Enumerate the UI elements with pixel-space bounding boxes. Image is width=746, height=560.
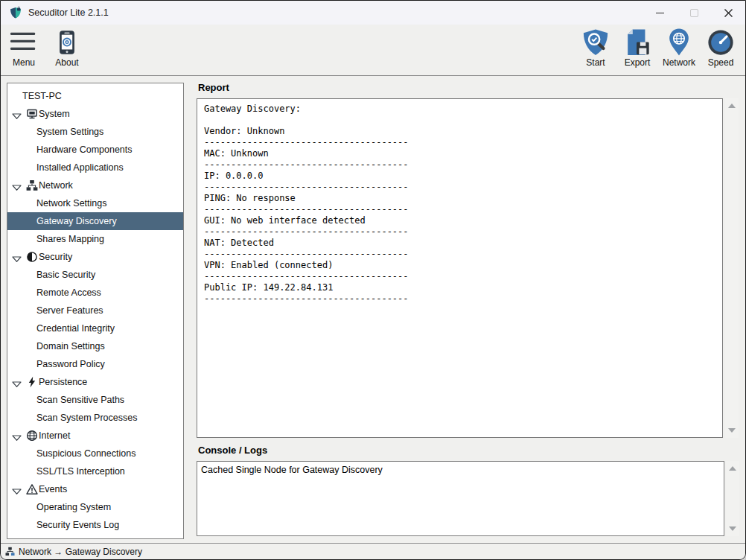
sidebar-item-ssl-tls-interception[interactable]: SSL/TLS Interception [7, 462, 183, 480]
start-icon [581, 28, 610, 57]
menu-button[interactable]: Menu [5, 28, 42, 68]
expander-icon[interactable] [12, 486, 22, 497]
network-pin-icon [665, 28, 693, 57]
item-label: Hardware Components [36, 144, 133, 155]
item-label: System Settings [36, 127, 103, 137]
maximize-icon [690, 9, 698, 17]
item-label: Credential Integrity [36, 323, 115, 334]
sidebar-item-suspicious-connections[interactable]: Suspicious Connections [7, 445, 183, 462]
item-label: Password Policy [36, 359, 105, 369]
sidebar-group-events[interactable]: Events [7, 480, 183, 498]
close-button[interactable] [711, 1, 745, 25]
sidebar-item-basic-security[interactable]: Basic Security [7, 266, 183, 284]
sidebar-item-network-settings[interactable]: Network Settings [7, 194, 183, 212]
report-text: Gateway Discovery: Vendor: Unknown -----… [204, 104, 715, 305]
sidebar-item-operating-system[interactable]: Operating System [7, 498, 183, 516]
sidebar-group-network[interactable]: Network [7, 176, 183, 194]
sidebar-item-scan-sensitive-paths[interactable]: Scan Sensitive Paths [7, 391, 183, 409]
item-label: Operating System [36, 502, 111, 512]
speed-button[interactable]: Speed [702, 28, 739, 68]
sidebar-group-internet[interactable]: Internet [7, 427, 183, 445]
sidebar-group-system[interactable]: System [7, 105, 183, 123]
toolbar-right-group: StartExportNetworkSpeed [577, 28, 739, 68]
console-output[interactable]: Cached Single Node for Gateway Discovery [197, 461, 724, 536]
sidebar-item-installed-applications[interactable]: Installed Applications [7, 159, 183, 176]
toolbar-button-label: Start [586, 57, 605, 68]
app-shield-icon [9, 6, 22, 19]
sidebar-tree: TEST-PCSystemSystem SettingsHardware Com… [7, 83, 184, 539]
report-scrollbar[interactable] [725, 98, 739, 438]
item-label: Shares Mapping [36, 234, 104, 244]
sidebar-item-remote-access[interactable]: Remote Access [7, 284, 183, 302]
lightning-icon [26, 376, 38, 388]
export-button[interactable]: Export [619, 28, 656, 68]
console-log-line: Cached Single Node for Gateway Discovery [201, 465, 720, 475]
expander-icon[interactable] [12, 182, 22, 193]
item-label: Remote Access [36, 287, 101, 298]
item-label: Domain Settings [36, 341, 105, 351]
sidebar-group-persistence[interactable]: Persistence [7, 373, 183, 391]
speed-icon [707, 28, 735, 57]
item-label: SSL/TLS Interception [36, 466, 125, 477]
globe-icon [26, 430, 38, 442]
close-icon [724, 8, 733, 18]
warning-icon [26, 483, 38, 495]
scroll-up-icon[interactable] [728, 104, 736, 108]
sidebar-item-system-settings[interactable]: System Settings [7, 123, 183, 141]
sidebar-item-security-events-log[interactable]: Security Events Log [7, 516, 183, 534]
item-label: Network Settings [36, 198, 106, 209]
sidebar-item-domain-settings[interactable]: Domain Settings [7, 337, 183, 355]
toolbar-button-label: Menu [13, 57, 35, 68]
security-icon [26, 251, 38, 263]
report-output[interactable]: Gateway Discovery: Vendor: Unknown -----… [197, 98, 723, 438]
sidebar-item-password-policy[interactable]: Password Policy [7, 355, 183, 373]
toolbar-button-label: Export [625, 57, 651, 68]
expander-icon[interactable] [12, 433, 22, 443]
item-label: Suspicious Connections [36, 448, 136, 459]
toolbar-button-label: Network [663, 57, 695, 68]
minimize-button[interactable] [643, 1, 677, 25]
about-icon [53, 28, 81, 57]
sidebar-item-scan-system-processes[interactable]: Scan System Processes [7, 409, 183, 427]
computer-icon [26, 108, 38, 120]
window-controls [643, 1, 745, 25]
network-tree-icon [5, 547, 15, 556]
item-label: Security Events Log [36, 520, 119, 530]
maximize-button[interactable] [677, 1, 711, 25]
item-label: Installed Applications [36, 162, 124, 173]
item-label: Scan System Processes [36, 413, 137, 423]
console-section-title: Console / Logs [198, 445, 267, 456]
sidebar-item-shares-mapping[interactable]: Shares Mapping [7, 230, 183, 248]
item-label: Gateway Discovery [36, 216, 117, 226]
item-label: Scan Sensitive Paths [36, 395, 124, 405]
scroll-down-icon[interactable] [728, 428, 736, 433]
expander-icon[interactable] [12, 254, 22, 264]
network-icon [26, 179, 38, 191]
sidebar-item-credential-integrity[interactable]: Credential Integrity [7, 319, 183, 337]
scroll-down-icon[interactable] [729, 526, 736, 531]
sidebar-item-server-features[interactable]: Server Features [7, 302, 183, 319]
minimize-icon [656, 13, 664, 13]
scroll-up-icon[interactable] [729, 466, 736, 471]
sidebar-group-security[interactable]: Security [7, 248, 183, 266]
item-label: Basic Security [36, 270, 95, 280]
expander-icon[interactable] [12, 111, 22, 121]
toolbar-button-label: About [55, 57, 78, 68]
menu-icon [10, 28, 38, 57]
status-text: Network → Gateway Discovery [19, 547, 142, 557]
titlebar: Secuditor Lite 2.1.1 [1, 1, 745, 25]
window-title: Secuditor Lite 2.1.1 [28, 7, 109, 18]
about-button[interactable]: About [48, 28, 86, 68]
start-button[interactable]: Start [577, 28, 614, 68]
sidebar-item-hardware-components[interactable]: Hardware Components [7, 141, 183, 159]
expander-icon[interactable] [12, 379, 22, 389]
toolbar-button-label: Speed [708, 57, 734, 68]
status-bar: Network → Gateway Discovery [1, 543, 745, 559]
export-icon [623, 28, 651, 57]
console-scrollbar[interactable] [726, 461, 739, 536]
tree-root-test-pc[interactable]: TEST-PC [7, 87, 183, 105]
network-button[interactable]: Network [660, 28, 698, 68]
item-label: Server Features [36, 305, 103, 316]
toolbar-left-group: MenuAbout [5, 28, 86, 68]
sidebar-item-gateway-discovery[interactable]: Gateway Discovery [7, 212, 183, 230]
